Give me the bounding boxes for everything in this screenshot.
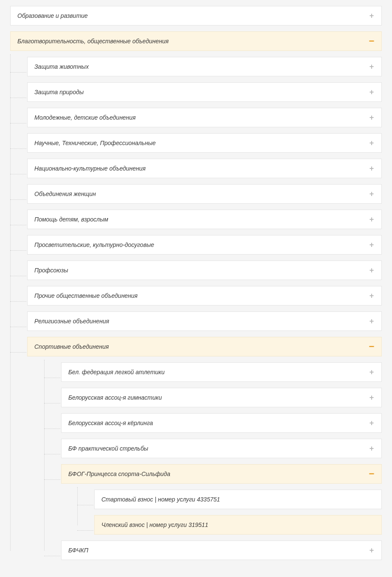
tree-node: БФ практической стрельбы+ <box>61 439 382 458</box>
tree-item-label: Стартовый взнос | номер услуги 4335751 <box>101 496 375 503</box>
tree-item-collapsed[interactable]: Защита животных+ <box>27 57 382 76</box>
tree-node: БФЧКП+ <box>61 541 382 560</box>
expand-icon[interactable]: + <box>369 64 375 70</box>
tree-node: Белорусская ассоц-я гимнастики+ <box>61 388 382 407</box>
expand-icon[interactable]: + <box>369 267 375 273</box>
tree-children: Стартовый взнос | номер услуги 4335751Чл… <box>94 490 382 535</box>
expand-icon[interactable]: + <box>369 547 375 553</box>
expand-icon[interactable]: + <box>369 420 375 426</box>
tree-item-label: Объединения женщин <box>34 190 369 197</box>
tree-node: Прочие общественные объединения+ <box>27 286 382 305</box>
expand-icon[interactable]: + <box>369 369 375 375</box>
tree-leaf[interactable]: Членский взнос | номер услуги 319511 <box>94 515 382 535</box>
tree-node: Профсоюзы+ <box>27 260 382 280</box>
tree-item-collapsed[interactable]: Молодежные, детские объединения+ <box>27 108 382 127</box>
tree-item-label: Помощь детям, взрослым <box>34 216 369 223</box>
tree-item-collapsed[interactable]: Профсоюзы+ <box>27 260 382 280</box>
expand-icon[interactable]: + <box>369 140 375 146</box>
expand-icon[interactable]: + <box>369 216 375 222</box>
tree-item-label: Белорусская ассоц-я кёрлинга <box>68 420 369 426</box>
tree-item-label: Защита животных <box>34 63 369 70</box>
tree-item-collapsed[interactable]: БФЧКП+ <box>61 541 382 560</box>
tree-item-label: Белорусская ассоц-я гимнастики <box>68 394 369 401</box>
tree-node: Помощь детям, взрослым+ <box>27 210 382 229</box>
tree-leaf[interactable]: Стартовый взнос | номер услуги 4335751 <box>94 490 382 509</box>
tree-node: Спортивные объединения−Бел. федерация ле… <box>27 337 382 560</box>
tree-node: Молодежные, детские объединения+ <box>27 108 382 127</box>
tree-node: Белорусская ассоц-я кёрлинга+ <box>61 413 382 433</box>
tree-node: БФОГ-Принцесса спорта-Сильфида−Стартовый… <box>61 464 382 535</box>
tree-node: Членский взнос | номер услуги 319511 <box>94 515 382 535</box>
tree-item-collapsed[interactable]: Защита природы+ <box>27 82 382 102</box>
tree-item-label: БФОГ-Принцесса спорта-Сильфида <box>68 471 369 477</box>
collapse-icon[interactable]: − <box>369 471 375 476</box>
tree-item-collapsed[interactable]: Бел. федерация легкой атлетики+ <box>61 362 382 382</box>
tree-item-collapsed[interactable]: Прочие общественные объединения+ <box>27 286 382 305</box>
tree-item-label: Благотворительность, общественные объеди… <box>17 38 369 45</box>
tree-item-label: Образование и развитие <box>17 12 369 19</box>
tree-item-collapsed[interactable]: Белорусская ассоц-я гимнастики+ <box>61 388 382 407</box>
tree-item-expanded[interactable]: Спортивные объединения− <box>27 337 382 356</box>
tree-item-label: БФЧКП <box>68 547 369 554</box>
tree-item-label: Молодежные, детские объединения <box>34 114 369 121</box>
tree-item-label: Членский взнос | номер услуги 319511 <box>101 521 375 528</box>
tree-item-label: Профсоюзы <box>34 267 369 274</box>
expand-icon[interactable]: + <box>369 445 375 451</box>
tree-item-collapsed[interactable]: Научные, Технические, Профессиональные+ <box>27 133 382 153</box>
tree-node: Образование и развитие+ <box>10 6 382 25</box>
tree-item-label: Защита природы <box>34 89 369 95</box>
tree-node: Бел. федерация легкой атлетики+ <box>61 362 382 382</box>
tree-item-expanded[interactable]: Благотворительность, общественные объеди… <box>10 31 382 51</box>
expand-icon[interactable]: + <box>369 293 375 299</box>
tree-item-collapsed[interactable]: Религиозные объединения+ <box>27 311 382 331</box>
expand-icon[interactable]: + <box>369 191 375 197</box>
tree-item-collapsed[interactable]: Просветительские, культурно-досуговые+ <box>27 235 382 255</box>
tree-item-label: Бел. федерация легкой атлетики <box>68 369 369 375</box>
tree-node: Религиозные объединения+ <box>27 311 382 331</box>
tree-item-collapsed[interactable]: Объединения женщин+ <box>27 184 382 204</box>
tree-node: Стартовый взнос | номер услуги 4335751 <box>94 490 382 509</box>
tree-item-label: БФ практической стрельбы <box>68 445 369 452</box>
expand-icon[interactable]: + <box>369 165 375 171</box>
tree-children: Бел. федерация легкой атлетики+Белорусск… <box>61 362 382 560</box>
tree-item-collapsed[interactable]: БФ практической стрельбы+ <box>61 439 382 458</box>
tree-item-label: Спортивные объединения <box>34 343 369 350</box>
tree-node: Благотворительность, общественные объеди… <box>10 31 382 560</box>
tree-item-label: Научные, Технические, Профессиональные <box>34 140 369 146</box>
tree-item-collapsed[interactable]: Образование и развитие+ <box>10 6 382 25</box>
tree-item-label: Религиозные объединения <box>34 318 369 325</box>
tree-item-collapsed[interactable]: Национально-культурные объединения+ <box>27 159 382 178</box>
collapse-icon[interactable]: − <box>369 39 375 44</box>
tree-node: Защита природы+ <box>27 82 382 102</box>
expand-icon[interactable]: + <box>369 115 375 120</box>
tree-node: Объединения женщин+ <box>27 184 382 204</box>
tree-item-label: Прочие общественные объединения <box>34 292 369 299</box>
expand-icon[interactable]: + <box>369 13 375 19</box>
tree-item-label: Национально-культурные объединения <box>34 165 369 172</box>
tree-node: Национально-культурные объединения+ <box>27 159 382 178</box>
expand-icon[interactable]: + <box>369 242 375 248</box>
tree-item-expanded[interactable]: БФОГ-Принцесса спорта-Сильфида− <box>61 464 382 484</box>
tree-node: Научные, Технические, Профессиональные+ <box>27 133 382 153</box>
collapse-icon[interactable]: − <box>369 344 375 349</box>
tree-node: Защита животных+ <box>27 57 382 76</box>
tree-node: Просветительские, культурно-досуговые+ <box>27 235 382 255</box>
tree-item-collapsed[interactable]: Помощь детям, взрослым+ <box>27 210 382 229</box>
tree-children: Защита животных+Защита природы+Молодежны… <box>27 57 382 560</box>
expand-icon[interactable]: + <box>369 89 375 95</box>
tree-item-label: Просветительские, культурно-досуговые <box>34 241 369 248</box>
expand-icon[interactable]: + <box>369 318 375 324</box>
tree-item-collapsed[interactable]: Белорусская ассоц-я кёрлинга+ <box>61 413 382 433</box>
expand-icon[interactable]: + <box>369 395 375 401</box>
